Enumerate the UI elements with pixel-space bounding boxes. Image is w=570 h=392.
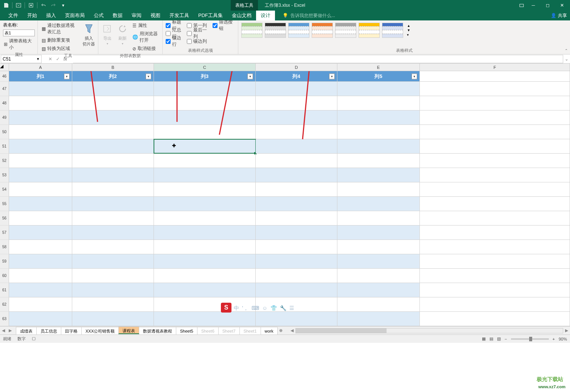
cell[interactable] [9, 82, 72, 96]
row-header[interactable]: 59 [0, 254, 9, 269]
row-header[interactable]: 56 [0, 211, 9, 226]
cell[interactable] [337, 197, 420, 211]
quick-access-icon-1[interactable] [15, 2, 22, 9]
tab-file[interactable]: 文件 [4, 11, 23, 20]
refresh-button[interactable]: 刷新 ▾ [116, 22, 129, 52]
cell[interactable] [256, 240, 337, 254]
table-style-thumb[interactable] [288, 23, 309, 38]
ime-tool-icon[interactable]: 🔧 [280, 305, 286, 312]
ime-more-icon[interactable]: ☰ [289, 305, 294, 312]
table-name-input[interactable] [3, 30, 35, 36]
col-header-B[interactable]: B [72, 64, 154, 71]
cell[interactable] [9, 312, 72, 326]
col-header-C[interactable]: C [154, 64, 256, 71]
cell[interactable] [72, 211, 154, 225]
sheet-tab[interactable]: Sheet5 [176, 327, 197, 334]
table-style-thumb[interactable] [265, 23, 286, 38]
qa-dropdown-icon[interactable]: ▾ [59, 2, 67, 9]
banded-cols-checkbox[interactable]: 镶边列 [187, 38, 209, 45]
row-header[interactable]: 51 [0, 139, 9, 154]
zoom-slider[interactable] [511, 338, 549, 340]
cell[interactable] [420, 71, 570, 81]
cell[interactable] [9, 254, 72, 268]
cell[interactable] [256, 139, 337, 153]
cell[interactable] [9, 110, 72, 124]
view-pagebreak-icon[interactable]: ▧ [497, 336, 501, 341]
cell[interactable]: 列3▼ [154, 71, 256, 81]
cell[interactable] [337, 125, 420, 139]
cell[interactable] [420, 254, 570, 268]
cell[interactable] [256, 312, 337, 326]
tab-review[interactable]: 审阅 [127, 11, 146, 20]
sheet-tab[interactable]: 田字格 [61, 327, 82, 334]
sheet-tab[interactable]: Sheet6 [197, 327, 219, 334]
cell[interactable] [9, 154, 72, 168]
cell[interactable] [72, 154, 154, 168]
export-button[interactable]: 导出 ▾ [101, 22, 113, 52]
cell[interactable] [337, 211, 420, 225]
cell[interactable] [256, 283, 337, 297]
filter-dropdown-icon[interactable]: ▼ [247, 73, 253, 79]
cell[interactable] [9, 240, 72, 254]
ime-punct-icon[interactable]: '， [242, 305, 249, 312]
cell[interactable] [72, 226, 154, 240]
cell[interactable] [154, 197, 256, 211]
ime-badge[interactable]: S [221, 303, 231, 313]
cell[interactable] [420, 197, 570, 211]
table-style-thumb[interactable] [241, 23, 262, 38]
col-header-D[interactable]: D [256, 64, 337, 71]
cell[interactable] [420, 110, 570, 124]
sheet-tab[interactable]: Sheet1 [239, 327, 261, 334]
cell[interactable] [420, 297, 570, 311]
cell[interactable] [9, 197, 72, 211]
sheet-tab-active[interactable]: 课程表 [118, 327, 139, 334]
cell[interactable] [337, 82, 420, 96]
cell[interactable] [337, 312, 420, 326]
row-header[interactable]: 47 [0, 82, 9, 96]
resize-table-button[interactable]: ⊞ 调整表格大小 [3, 37, 34, 51]
ribbon-collapse-icon[interactable]: ⌃ [565, 48, 568, 53]
table-style-thumb[interactable] [312, 23, 333, 38]
row-header[interactable]: 57 [0, 226, 9, 240]
ime-skin-icon[interactable]: 👕 [270, 305, 277, 312]
zoom-out-icon[interactable]: − [505, 337, 507, 341]
cell[interactable] [9, 125, 72, 139]
cell[interactable] [420, 240, 570, 254]
row-header[interactable]: 60 [0, 269, 9, 283]
row-header[interactable]: 52 [0, 154, 9, 168]
sheet-tab[interactable]: XXX公司销售额 [81, 327, 119, 334]
cell[interactable] [154, 82, 256, 96]
cell[interactable] [154, 125, 256, 139]
cell[interactable] [420, 226, 570, 240]
row-header[interactable]: 48 [0, 96, 9, 110]
table-styles-gallery[interactable]: ▲ ▼ ▾ [241, 22, 567, 38]
zoom-in-icon[interactable]: + [553, 337, 555, 341]
cell[interactable] [337, 283, 420, 297]
sheet-tab[interactable]: 数据透视表教程 [139, 327, 176, 334]
cell[interactable] [154, 168, 256, 182]
cell[interactable] [256, 110, 337, 124]
ime-toolbar[interactable]: 中 '， ⌨ ☺ 👕 🔧 ☰ [234, 305, 294, 312]
share-button[interactable]: 👤 共享 [551, 12, 567, 19]
tab-design[interactable]: 设计 [256, 11, 275, 20]
cell[interactable] [420, 154, 570, 168]
contextual-tab-table-tools[interactable]: 表格工具 [231, 0, 258, 11]
cell[interactable] [72, 82, 154, 96]
cell[interactable] [9, 139, 72, 153]
sheet-nav-next-icon[interactable]: ▶ [7, 328, 14, 333]
cell[interactable] [154, 240, 256, 254]
macro-record-icon[interactable]: ▢ [32, 336, 36, 342]
cell[interactable] [256, 269, 337, 283]
cell[interactable] [256, 211, 337, 225]
cell[interactable]: ✚ [154, 139, 256, 153]
sheet-tab[interactable]: 员工信息 [36, 327, 61, 334]
col-header-A[interactable]: A [9, 64, 72, 71]
table-style-thumb[interactable] [335, 23, 356, 38]
tab-formulas[interactable]: 公式 [89, 11, 108, 20]
cell[interactable] [154, 96, 256, 110]
cell[interactable] [154, 312, 256, 326]
undo-icon[interactable] [40, 2, 47, 9]
cell[interactable]: 列5▼ [337, 71, 420, 81]
hscroll-right-icon[interactable]: ▶ [563, 328, 570, 333]
hscroll-left-icon[interactable]: ◀ [289, 328, 295, 333]
